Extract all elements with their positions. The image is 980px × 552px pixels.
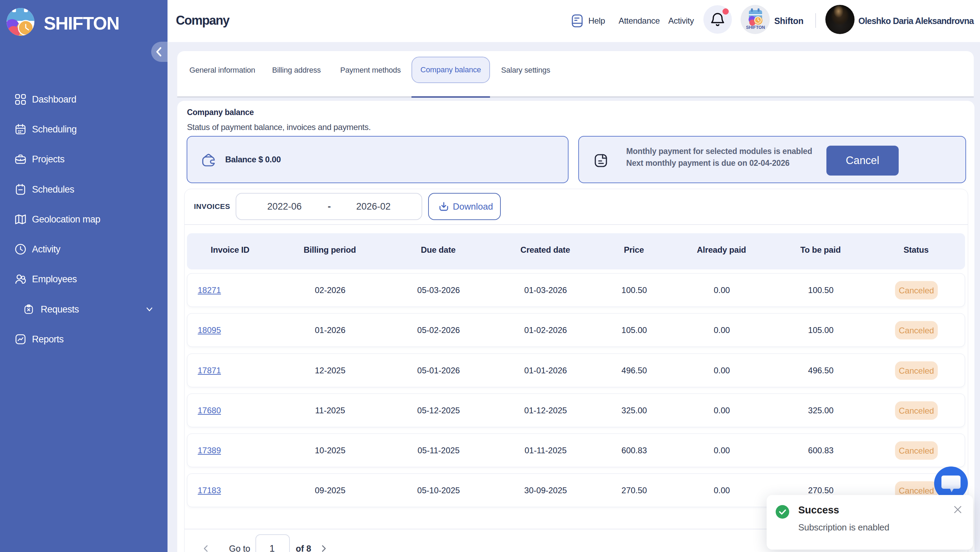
svg-text:SHIFTON: SHIFTON: [746, 25, 765, 30]
